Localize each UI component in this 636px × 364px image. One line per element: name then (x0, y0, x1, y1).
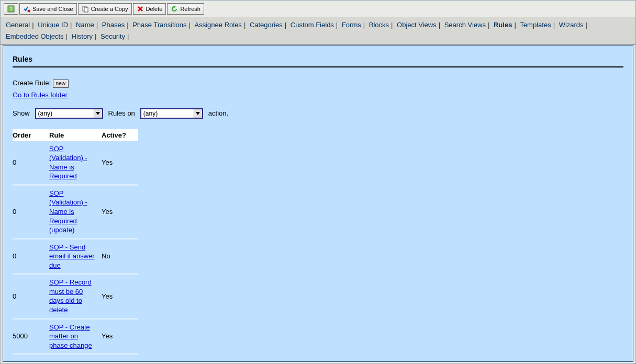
col-header-order: Order (13, 129, 49, 141)
rules-on-select-value: (any) (143, 110, 158, 117)
create-rule-row: Create Rule: new (13, 79, 623, 88)
rule-link[interactable]: SOP (Validation) - Name is Required (49, 144, 97, 181)
help-button[interactable]: ? (4, 3, 18, 15)
tab-separator: | (127, 19, 128, 31)
create-rule-label: Create Rule: (13, 79, 51, 87)
tab-separator: | (488, 19, 489, 31)
tab-assignee-roles[interactable]: Assignee Roles (195, 19, 242, 31)
cell-rule: SOP - Record must be 60 days old to dele… (49, 274, 102, 318)
save-and-close-label: Save and Close (32, 6, 73, 12)
tab-security[interactable]: Security (101, 31, 125, 42)
show-select[interactable]: (any) (35, 108, 103, 119)
tab-separator: | (66, 31, 68, 42)
app-frame: ? Save and Close Create a Copy Delete (0, 0, 636, 364)
create-copy-label: Create a Copy (91, 6, 128, 12)
table-row: 0SOP (Validation) - Name is Required (up… (13, 185, 138, 238)
tab-separator: | (336, 19, 338, 31)
toolbar: ? Save and Close Create a Copy Delete (1, 1, 635, 17)
tab-separator: | (95, 31, 96, 42)
tab-separator: | (363, 19, 365, 31)
tab-separator: | (391, 19, 393, 31)
show-select-value: (any) (38, 110, 52, 117)
tab-separator: | (70, 19, 72, 31)
cell-active: No (102, 238, 138, 274)
tab-separator: | (32, 19, 34, 31)
refresh-icon (171, 5, 178, 13)
tab-separator: | (586, 19, 587, 31)
delete-icon (137, 5, 144, 13)
tab-general[interactable]: General (6, 19, 30, 31)
tab-separator: | (96, 19, 98, 31)
cell-order: 0 (13, 238, 49, 274)
tab-object-views[interactable]: Object Views (397, 19, 437, 31)
rule-link[interactable]: SOP - Send email if answer due (49, 243, 97, 270)
rule-link[interactable]: SOP (Validation) - Name is Required (upd… (49, 189, 97, 235)
rule-link[interactable]: SOP - Create matter on phase change (49, 323, 97, 350)
tab-templates[interactable]: Templates (520, 19, 551, 31)
tab-phases[interactable]: Phases (102, 19, 125, 31)
help-icon: ? (7, 5, 15, 13)
filter-row: Show (any) Rules on (any) action. (13, 108, 623, 119)
tab-search-views[interactable]: Search Views (444, 19, 486, 31)
cell-order: 0 (13, 185, 49, 238)
tab-unique-id[interactable]: Unique ID (38, 19, 68, 31)
tab-rules[interactable]: Rules (494, 19, 512, 31)
tab-categories[interactable]: Categories (250, 19, 283, 31)
tab-separator: | (189, 19, 191, 31)
tab-forms[interactable]: Forms (342, 19, 361, 31)
cell-rule: SOP (Validation) - Name is Required (49, 141, 102, 185)
cell-order: 5000 (13, 318, 49, 354)
tab-separator: | (553, 19, 555, 31)
delete-button[interactable]: Delete (133, 3, 166, 15)
copy-icon (82, 5, 89, 13)
tab-custom-fields[interactable]: Custom Fields (291, 19, 334, 31)
tab-separator: | (127, 31, 129, 42)
go-to-rules-folder-link[interactable]: Go to Rules folder (13, 91, 68, 99)
create-copy-button[interactable]: Create a Copy (78, 3, 132, 15)
rules-on-select[interactable]: (any) (140, 108, 203, 119)
cell-rule: SOP - Create matter on phase change (49, 318, 102, 354)
tab-phase-transitions[interactable]: Phase Transitions (132, 19, 186, 31)
svg-rect-5 (84, 7, 88, 12)
col-header-rule: Rule (49, 129, 102, 141)
delete-label: Delete (146, 6, 163, 12)
tab-separator: | (285, 19, 286, 31)
new-rule-button[interactable]: new (53, 79, 69, 88)
cell-active: Yes (102, 185, 138, 238)
tab-embedded-objects[interactable]: Embedded Objects (6, 31, 64, 42)
rule-link[interactable]: SOP - Record must be 60 days old to dele… (49, 278, 97, 314)
page-title: Rules (13, 55, 623, 67)
rules-table: Order Rule Active? 0SOP (Validation) - N… (13, 129, 138, 355)
table-row: 0SOP (Validation) - Name is RequiredYes (13, 141, 138, 185)
content-panel: Rules Create Rule: new Go to Rules folde… (3, 45, 633, 362)
action-label: action. (208, 109, 228, 117)
check-close-icon (23, 5, 30, 13)
rules-folder-row: Go to Rules folder (13, 91, 623, 99)
table-row: 0SOP - Send email if answer dueNo (13, 238, 138, 274)
refresh-label: Refresh (180, 6, 200, 12)
tab-separator: | (514, 19, 516, 31)
table-row: 0SOP - Record must be 60 days old to del… (13, 274, 138, 318)
tab-name[interactable]: Name (76, 19, 94, 31)
svg-text:?: ? (9, 6, 13, 12)
tab-history[interactable]: History (72, 31, 93, 42)
tab-strip: General| Unique ID| Name| Phases| Phase … (1, 17, 635, 45)
cell-rule: SOP (Validation) - Name is Required (upd… (49, 185, 102, 238)
refresh-button[interactable]: Refresh (167, 3, 204, 15)
tab-wizards[interactable]: Wizards (559, 19, 584, 31)
rules-on-label: Rules on (108, 109, 135, 117)
show-label: Show (13, 109, 30, 117)
tab-separator: | (244, 19, 246, 31)
save-and-close-button[interactable]: Save and Close (19, 3, 77, 15)
cell-rule: SOP - Send email if answer due (49, 238, 102, 274)
tab-separator: | (439, 19, 440, 31)
chevron-down-icon (194, 109, 202, 118)
col-header-active: Active? (102, 129, 138, 141)
tab-blocks[interactable]: Blocks (369, 19, 389, 31)
cell-order: 0 (13, 141, 49, 185)
chevron-down-icon (94, 109, 102, 118)
cell-active: Yes (102, 318, 138, 354)
table-row: 5000SOP - Create matter on phase changeY… (13, 318, 138, 354)
cell-active: Yes (102, 141, 138, 185)
cell-order: 0 (13, 274, 49, 318)
